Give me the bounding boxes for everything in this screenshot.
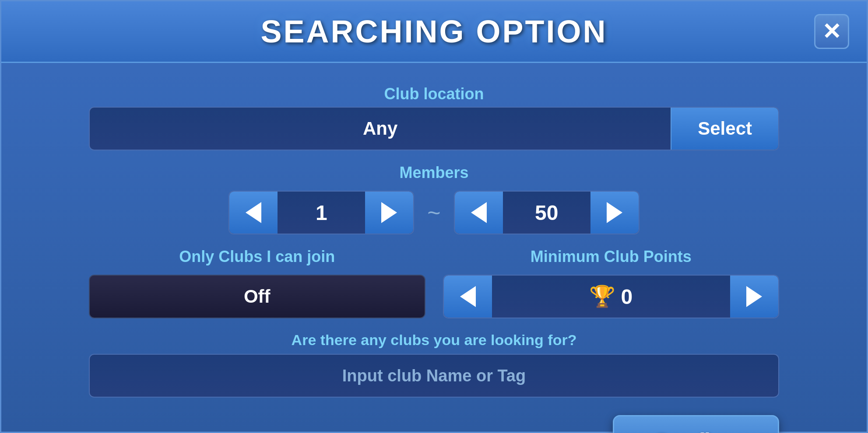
points-increment-button[interactable]	[730, 276, 778, 318]
club-location-label: Club location	[89, 85, 779, 103]
members-min-decrement-button[interactable]	[229, 192, 278, 234]
only-clubs-section: Only Clubs I can join Off	[89, 248, 425, 318]
club-location-value: Any	[90, 118, 671, 139]
left-arrow-icon	[460, 286, 476, 307]
right-arrow-icon	[746, 286, 762, 307]
close-button[interactable]: ✕	[814, 14, 849, 49]
club-location-section: Club location Any Select	[89, 85, 779, 150]
club-location-row: Any Select	[89, 107, 779, 150]
dialog-title: SEARCHING OPTION	[260, 14, 607, 49]
members-max-stepper: 50	[454, 191, 640, 234]
min-points-label: Minimum Club Points	[443, 248, 780, 266]
right-arrow-icon	[607, 202, 622, 223]
members-min-increment-button[interactable]	[365, 192, 413, 234]
title-bar: SEARCHING OPTION ✕	[1, 1, 867, 63]
members-max-increment-button[interactable]	[590, 192, 639, 234]
points-decrement-button[interactable]	[444, 276, 492, 318]
left-arrow-icon	[246, 202, 261, 223]
members-min-stepper: 1	[228, 191, 414, 234]
confirm-row: Confirm	[89, 411, 779, 433]
points-stepper: 🏆 0	[443, 275, 780, 318]
range-separator: ~	[423, 199, 445, 226]
only-clubs-toggle[interactable]: Off	[89, 275, 425, 318]
members-label: Members	[89, 164, 779, 182]
confirm-button[interactable]: Confirm	[613, 415, 779, 433]
trophy-icon: 🏆	[589, 284, 615, 309]
right-arrow-icon	[381, 202, 397, 223]
members-min-value: 1	[278, 201, 365, 225]
points-value: 0	[621, 285, 633, 309]
search-section: Are there any clubs you are looking for?…	[89, 332, 779, 398]
search-question: Are there any clubs you are looking for?	[89, 332, 779, 349]
min-points-section: Minimum Club Points 🏆 0	[443, 248, 780, 318]
only-clubs-label: Only Clubs I can join	[89, 248, 425, 266]
select-button[interactable]: Select	[671, 108, 778, 150]
points-value-group: 🏆 0	[492, 284, 731, 309]
search-input[interactable]: Input club Name or Tag	[89, 354, 779, 398]
members-stepper-row: 1 ~ 50	[89, 191, 779, 234]
members-max-decrement-button[interactable]	[455, 192, 503, 234]
members-max-value: 50	[503, 201, 590, 225]
members-section: Members 1 ~	[89, 164, 779, 234]
left-arrow-icon	[471, 202, 487, 223]
searching-option-dialog: SEARCHING OPTION ✕ Club location Any Sel…	[0, 0, 868, 433]
options-row: Only Clubs I can join Off Minimum Club P…	[89, 248, 779, 318]
content-area: Club location Any Select Members 1	[1, 63, 867, 433]
